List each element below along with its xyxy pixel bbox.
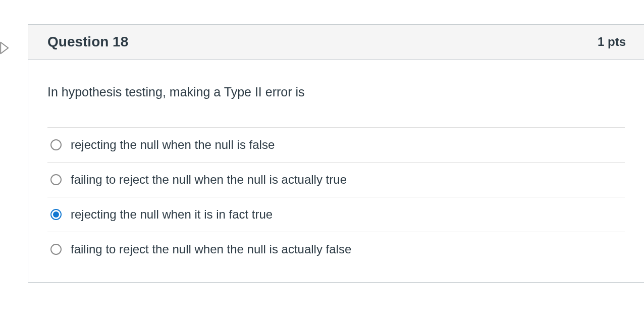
answer-text: rejecting the null when the null is fals… (71, 138, 275, 152)
answer-text: failing to reject the null when the null… (71, 173, 347, 187)
answer-option-2[interactable]: failing to reject the null when the null… (47, 162, 625, 197)
question-card: Question 18 1 pts In hypothesis testing,… (28, 24, 644, 283)
radio-icon (50, 209, 62, 220)
radio-icon (50, 244, 62, 255)
question-title: Question 18 (47, 34, 128, 50)
answer-option-3[interactable]: rejecting the null when it is in fact tr… (47, 197, 625, 232)
answer-text: rejecting the null when it is in fact tr… (71, 207, 273, 222)
radio-icon (50, 139, 62, 150)
answer-text: failing to reject the null when the null… (71, 242, 351, 256)
answers-list: rejecting the null when the null is fals… (47, 127, 625, 267)
next-question-arrow[interactable] (0, 38, 15, 58)
chevron-right-outline-icon (0, 40, 13, 56)
question-points: 1 pts (598, 35, 626, 49)
answer-option-4[interactable]: failing to reject the null when the null… (47, 232, 625, 267)
question-header: Question 18 1 pts (28, 25, 644, 60)
radio-icon (50, 174, 62, 185)
answer-option-1[interactable]: rejecting the null when the null is fals… (47, 127, 625, 162)
question-body: In hypothesis testing, making a Type II … (28, 60, 644, 282)
question-prompt: In hypothesis testing, making a Type II … (47, 85, 625, 99)
